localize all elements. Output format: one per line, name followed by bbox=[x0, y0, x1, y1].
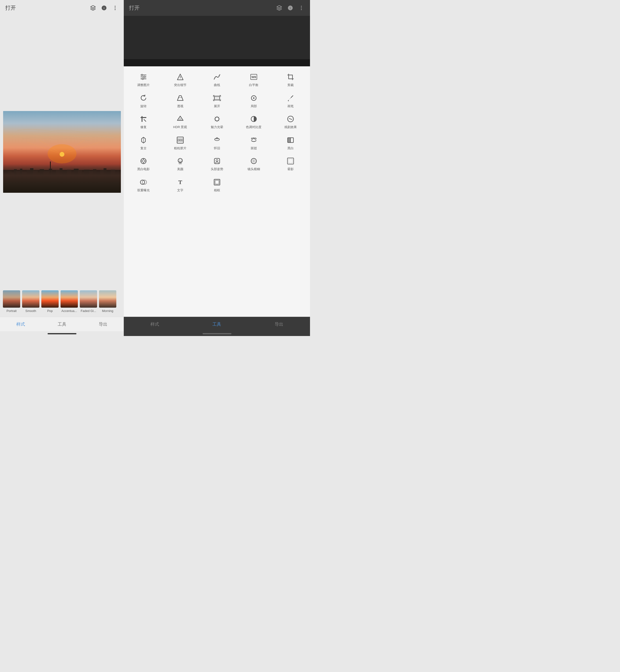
right-tab-style[interactable]: 样式 bbox=[124, 317, 186, 331]
left-info-icon[interactable]: i bbox=[101, 5, 107, 11]
right-info-icon[interactable]: i bbox=[287, 5, 294, 11]
svg-rect-38 bbox=[93, 169, 96, 193]
right-tab-export[interactable]: 导出 bbox=[248, 317, 310, 331]
right-more-icon[interactable] bbox=[298, 5, 305, 11]
svg-rect-30 bbox=[62, 171, 67, 193]
tool-bwfilm[interactable]: 黑白电影 bbox=[125, 153, 162, 174]
tool-expand[interactable]: 展开 bbox=[199, 90, 235, 111]
tool-tonecontrast-label: 色调对比度 bbox=[246, 125, 261, 129]
tool-retro[interactable]: 复古 bbox=[125, 132, 162, 153]
svg-rect-33 bbox=[74, 169, 79, 193]
tool-lensblur[interactable]: 镜头模糊 bbox=[235, 153, 272, 174]
tools-grid: 调整图片 突出细节 曲线 W8 白平衡 剪裁 bbox=[124, 66, 310, 317]
tool-curves[interactable]: 曲线 bbox=[199, 69, 235, 90]
left-tab-export[interactable]: 导出 bbox=[83, 317, 124, 331]
tool-bw[interactable]: 黑白 bbox=[272, 132, 309, 153]
tool-adjust[interactable]: 调整图片 bbox=[125, 69, 162, 90]
left-tab-style[interactable]: 样式 bbox=[0, 317, 41, 331]
filter-portrait[interactable]: Portrait bbox=[3, 290, 20, 313]
svg-rect-16 bbox=[14, 169, 17, 193]
svg-rect-44 bbox=[115, 171, 121, 193]
left-layer-icon[interactable] bbox=[90, 5, 96, 11]
right-bottom-tabs: 样式 工具 导出 bbox=[124, 317, 310, 331]
right-open-button[interactable]: 打开 bbox=[129, 4, 140, 11]
tool-grainfilm[interactable]: 粗粒胶片 bbox=[162, 132, 199, 153]
svg-rect-19 bbox=[22, 171, 27, 193]
svg-rect-27 bbox=[52, 171, 56, 193]
svg-rect-37 bbox=[89, 171, 94, 193]
svg-rect-40 bbox=[100, 170, 104, 193]
tool-rotate-label: 旋转 bbox=[140, 104, 147, 108]
filter-accentuate[interactable]: Accentua... bbox=[61, 290, 78, 313]
filter-pop-thumb bbox=[41, 290, 59, 308]
svg-point-56 bbox=[142, 78, 144, 80]
tool-detail-label: 突出细节 bbox=[174, 83, 187, 87]
tool-healing[interactable]: 修复 bbox=[125, 111, 162, 132]
text-icon: T bbox=[176, 178, 185, 187]
svg-point-107 bbox=[181, 160, 182, 161]
tool-rotate[interactable]: 旋转 bbox=[125, 90, 162, 111]
tool-freckle-label: 斑驳 bbox=[251, 146, 257, 150]
left-header: 打开 i bbox=[0, 0, 124, 16]
tool-brush[interactable]: 画笔 bbox=[272, 90, 309, 111]
left-header-actions: i bbox=[90, 5, 118, 11]
filter-morning[interactable]: Morning bbox=[99, 290, 116, 313]
vignette-icon bbox=[286, 157, 295, 165]
filter-smooth[interactable]: Smooth bbox=[22, 290, 39, 313]
detail-icon bbox=[176, 72, 185, 81]
left-more-icon[interactable] bbox=[112, 5, 118, 11]
tool-local[interactable]: 局部 bbox=[235, 90, 272, 111]
freckle-icon bbox=[249, 136, 258, 145]
svg-point-4 bbox=[115, 9, 116, 10]
tool-headpose[interactable]: 头部姿势 bbox=[199, 153, 235, 174]
tool-perspective[interactable]: 透视 bbox=[162, 90, 199, 111]
tool-doubleexp[interactable]: 双重曝光 bbox=[125, 174, 162, 195]
tool-text[interactable]: T 文字 bbox=[162, 174, 199, 195]
right-tab-tools[interactable]: 工具 bbox=[186, 317, 248, 331]
svg-rect-43 bbox=[111, 170, 115, 193]
tool-wb[interactable]: W8 白平衡 bbox=[235, 69, 272, 90]
filter-pop[interactable]: Pop bbox=[41, 290, 59, 313]
svg-point-89 bbox=[178, 140, 179, 141]
tool-frame[interactable]: 相框 bbox=[199, 174, 235, 195]
tool-drama[interactable]: 戏剧效果 bbox=[272, 111, 309, 132]
tool-detail[interactable]: 突出细节 bbox=[162, 69, 199, 90]
svg-rect-22 bbox=[33, 171, 38, 193]
headpose-icon bbox=[213, 157, 221, 165]
left-open-button[interactable]: 打开 bbox=[5, 4, 16, 11]
svg-rect-88 bbox=[177, 141, 184, 142]
doubleexp-icon bbox=[139, 178, 148, 187]
tool-empty-2 bbox=[272, 174, 309, 195]
svg-rect-70 bbox=[142, 116, 143, 122]
tool-glamour[interactable]: 魅力光晕 bbox=[199, 111, 235, 132]
tool-freckle[interactable]: 斑驳 bbox=[235, 132, 272, 153]
tool-hdr[interactable]: HDR 景观 bbox=[162, 111, 199, 132]
svg-text:i: i bbox=[290, 6, 291, 10]
svg-rect-21 bbox=[30, 168, 34, 193]
local-icon bbox=[249, 94, 258, 102]
svg-point-100 bbox=[142, 160, 145, 162]
svg-text:i: i bbox=[104, 6, 105, 10]
tool-bw-label: 黑白 bbox=[288, 146, 294, 150]
tool-vignette[interactable]: 晕影 bbox=[272, 153, 309, 174]
svg-rect-87 bbox=[177, 138, 184, 139]
tool-crop[interactable]: 剪裁 bbox=[272, 69, 309, 90]
tool-nostalgia[interactable]: 怀旧 bbox=[199, 132, 235, 153]
crop-icon bbox=[286, 72, 295, 81]
svg-rect-18 bbox=[20, 169, 22, 193]
tool-tonecontrast[interactable]: 色调对比度 bbox=[235, 111, 272, 132]
filter-morning-thumb bbox=[99, 290, 116, 308]
svg-rect-12 bbox=[3, 170, 121, 193]
svg-rect-36 bbox=[84, 170, 90, 193]
tool-curves-label: 曲线 bbox=[214, 83, 220, 87]
filter-faded-gl[interactable]: Faded Gl... bbox=[80, 290, 97, 313]
right-layer-icon[interactable] bbox=[276, 5, 282, 11]
filter-smooth-thumb bbox=[22, 290, 39, 308]
curves-icon bbox=[213, 72, 221, 81]
svg-point-55 bbox=[144, 76, 145, 77]
tool-beauty[interactable]: 美颜 bbox=[162, 153, 199, 174]
left-tab-tools[interactable]: 工具 bbox=[41, 317, 83, 331]
frame-icon bbox=[213, 178, 221, 187]
lensblur-icon bbox=[249, 157, 258, 165]
svg-point-112 bbox=[253, 161, 254, 161]
